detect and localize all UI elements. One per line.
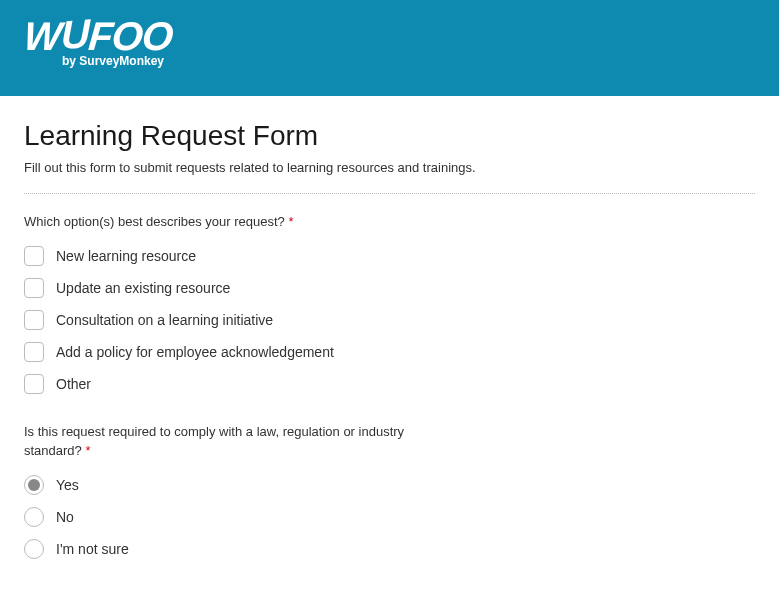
- question-request-type: Which option(s) best describes your requ…: [24, 212, 755, 394]
- question-text: Which option(s) best describes your requ…: [24, 214, 285, 229]
- form-subtitle: Fill out this form to submit requests re…: [24, 160, 755, 175]
- radio-option-no[interactable]: No: [24, 507, 755, 527]
- option-label[interactable]: Other: [56, 376, 91, 392]
- question-label: Which option(s) best describes your requ…: [24, 212, 464, 232]
- option-label[interactable]: I'm not sure: [56, 541, 129, 557]
- option-label[interactable]: New learning resource: [56, 248, 196, 264]
- checkbox-option-other[interactable]: Other: [24, 374, 755, 394]
- radio-input[interactable]: [24, 539, 44, 559]
- logo-main-text: WUFOO: [22, 16, 174, 56]
- checkbox-option-add-policy[interactable]: Add a policy for employee acknowledgemen…: [24, 342, 755, 362]
- checkbox-input[interactable]: [24, 342, 44, 362]
- option-label[interactable]: Add a policy for employee acknowledgemen…: [56, 344, 334, 360]
- question-label: Is this request required to comply with …: [24, 422, 464, 461]
- checkbox-option-new-resource[interactable]: New learning resource: [24, 246, 755, 266]
- form-title: Learning Request Form: [24, 120, 755, 152]
- radio-option-yes[interactable]: Yes: [24, 475, 755, 495]
- checkbox-option-update-resource[interactable]: Update an existing resource: [24, 278, 755, 298]
- form-content: Learning Request Form Fill out this form…: [0, 96, 779, 595]
- option-label[interactable]: Update an existing resource: [56, 280, 230, 296]
- checkbox-input[interactable]: [24, 374, 44, 394]
- radio-option-not-sure[interactable]: I'm not sure: [24, 539, 755, 559]
- radio-input[interactable]: [24, 475, 44, 495]
- checkbox-input[interactable]: [24, 278, 44, 298]
- option-label[interactable]: Yes: [56, 477, 79, 493]
- question-compliance: Is this request required to comply with …: [24, 422, 755, 559]
- radio-input[interactable]: [24, 507, 44, 527]
- header-banner: WUFOO by SurveyMonkey: [0, 0, 779, 96]
- option-label[interactable]: No: [56, 509, 74, 525]
- checkbox-input[interactable]: [24, 246, 44, 266]
- option-label[interactable]: Consultation on a learning initiative: [56, 312, 273, 328]
- required-indicator: *: [85, 443, 90, 458]
- section-divider: [24, 193, 755, 194]
- required-indicator: *: [288, 214, 293, 229]
- question-text: Is this request required to comply with …: [24, 424, 404, 459]
- logo: WUFOO by SurveyMonkey: [24, 16, 755, 68]
- checkbox-input[interactable]: [24, 310, 44, 330]
- checkbox-option-consultation[interactable]: Consultation on a learning initiative: [24, 310, 755, 330]
